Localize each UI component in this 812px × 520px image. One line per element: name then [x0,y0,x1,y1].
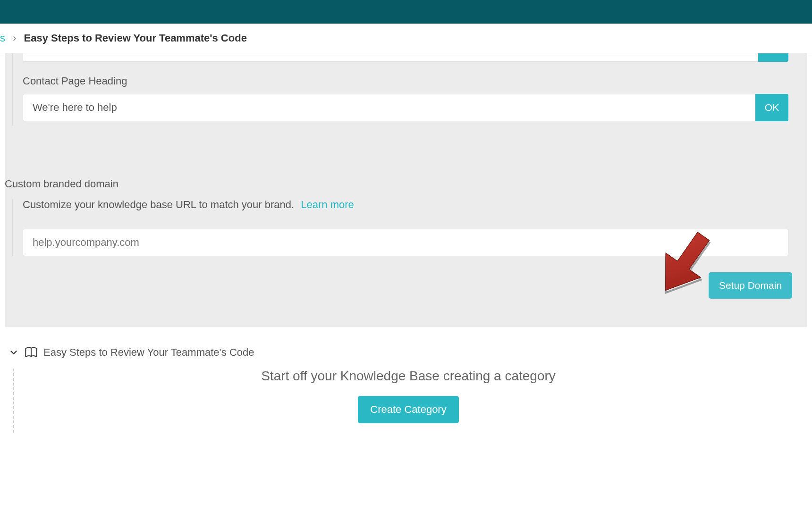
breadcrumb: s › Easy Steps to Review Your Teammate's… [0,24,812,53]
custom-domain-group: Customize your knowledge base URL to mat… [12,199,793,256]
kb-title: Easy Steps to Review Your Teammate's Cod… [43,346,254,359]
contact-heading-input[interactable] [23,94,755,121]
top-banner [0,0,812,24]
custom-domain-description-text: Customize your knowledge base URL to mat… [23,199,294,210]
kb-section: Easy Steps to Review Your Teammate's Cod… [0,327,807,433]
contact-heading-label: Contact Page Heading [23,75,788,87]
custom-domain-title: Custom branded domain [5,178,793,190]
book-open-icon [25,346,38,359]
truncated-previous-field [23,53,788,62]
truncated-input[interactable] [23,53,758,62]
contact-heading-group: Contact Page Heading OK [12,53,793,126]
breadcrumb-separator: › [13,32,16,44]
truncated-ok-button[interactable] [758,53,788,62]
setup-domain-button[interactable]: Setup Domain [709,272,792,299]
settings-panel: Contact Page Heading OK Custom branded d… [5,53,807,327]
create-category-button[interactable]: Create Category [358,396,458,423]
kb-subtitle: Start off your Knowledge Base creating a… [14,369,803,384]
breadcrumb-prev-fragment[interactable]: s [0,32,5,44]
learn-more-link[interactable]: Learn more [301,199,354,210]
kb-header[interactable]: Easy Steps to Review Your Teammate's Cod… [8,346,803,359]
breadcrumb-current: Easy Steps to Review Your Teammate's Cod… [24,32,247,44]
custom-domain-input[interactable] [23,229,788,256]
ok-button[interactable]: OK [755,94,788,121]
custom-domain-description: Customize your knowledge base URL to mat… [23,199,788,211]
chevron-down-icon [8,347,19,358]
